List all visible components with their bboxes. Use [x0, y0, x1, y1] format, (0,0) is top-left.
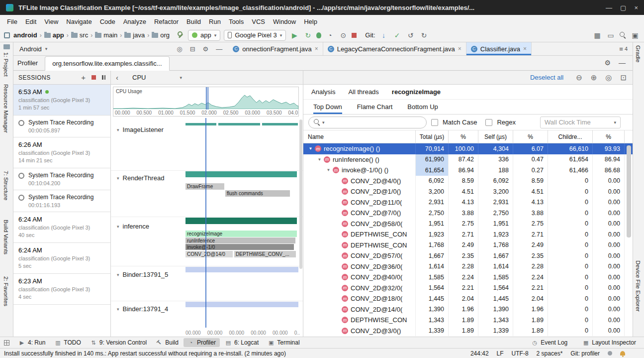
table-row[interactable]: mCONV_2D@32/0(1,5642.211,5642.2100.00: [303, 283, 633, 294]
git-update-button[interactable]: ↓: [379, 31, 389, 39]
caret-position[interactable]: 244:42: [470, 350, 489, 357]
profile-button[interactable]: ◔: [325, 31, 335, 39]
toolwindow-button-build-variants[interactable]: Build Variants: [3, 220, 9, 254]
trace-event-drawframe[interactable]: DrawFrame: [185, 183, 224, 190]
subtab-bottom-up[interactable]: Bottom Up: [407, 100, 438, 114]
git-history-button[interactable]: ↻: [419, 31, 429, 39]
git-commit-button[interactable]: ✓: [392, 31, 402, 39]
git-branch-widget[interactable]: Git: profiler: [570, 350, 600, 357]
session-item[interactable]: 6:26 AMclassification (Google Pixel 3)14…: [13, 137, 110, 168]
timeline-selection-band[interactable]: [206, 87, 209, 110]
statusbar-widget-layout-inspector[interactable]: ▦Layout Inspector: [578, 338, 640, 347]
collapse-all-icon[interactable]: ⊟: [190, 45, 195, 53]
menu-run[interactable]: Run: [205, 16, 225, 27]
reset-zoom-icon[interactable]: ◎: [605, 73, 612, 82]
indent-config[interactable]: 2 spaces*: [537, 350, 563, 357]
table-row[interactable]: mCONV_2D@3/0()1,3391.891,3391.8900.00: [303, 326, 633, 337]
table-row[interactable]: ▼mrunInference() ()61,99087.423360.4761,…: [303, 154, 633, 165]
profiler-view-select[interactable]: CPU ▾: [132, 74, 182, 81]
trace-event-runinference[interactable]: runInference: [185, 238, 295, 243]
trace-event-depthwise-conv[interactable]: DEPTHWISE_CONV_...: [234, 251, 296, 257]
table-row[interactable]: ▼mrecognizeImage() ()70,914100.004,3046.…: [303, 143, 633, 154]
trace-event-conv-2d-14-0[interactable]: CONV_2D@14/0: [185, 251, 233, 257]
session-item[interactable]: 6:23 AMclassification (Google Pixel 3)4 …: [13, 274, 110, 305]
menu-help[interactable]: Help: [300, 16, 321, 27]
table-row[interactable]: mCONV_2D@14/0(1,3901.961,3901.9600.00: [303, 304, 633, 315]
table-row[interactable]: mCONV_2D@1/0()3,2004.513,2004.5100.00: [303, 186, 633, 197]
apply-changes-button[interactable]: ↻: [303, 31, 313, 39]
breadcrumb-android[interactable]: android: [13, 31, 37, 39]
attach-debugger-button[interactable]: ⊙: [338, 31, 348, 39]
menu-file[interactable]: File: [3, 16, 21, 27]
breadcrumb-main[interactable]: main: [95, 31, 117, 39]
toolwindow-button-4-run[interactable]: ▶4: Run: [14, 338, 49, 347]
collapse-arrow-icon[interactable]: ▼: [324, 168, 333, 172]
git-rollback-button[interactable]: ↺: [406, 31, 416, 39]
collapse-arrow-icon[interactable]: ▼: [306, 146, 315, 151]
timeline-scrollbar[interactable]: [299, 119, 302, 269]
search-input[interactable]: [326, 119, 422, 126]
hidden-tabs-icon[interactable]: ≡: [619, 45, 623, 53]
close-button[interactable]: ×: [634, 4, 638, 11]
table-row[interactable]: mCONV_2D@7/0()2,7503.882,7503.8800.00: [303, 208, 633, 219]
menu-vcs[interactable]: VCS: [248, 16, 269, 27]
project-view-selector[interactable]: Android ▾: [13, 42, 53, 55]
menu-edit[interactable]: Edit: [21, 16, 40, 27]
clock-mode-select[interactable]: Wall Clock Time ▾: [540, 117, 621, 128]
device-select[interactable]: Google Pixel 3 ▾: [224, 30, 286, 41]
session-item[interactable]: 6:24 AMclassification (Google Pixel 3)40…: [13, 212, 110, 243]
zoom-in-icon[interactable]: ⊕: [591, 73, 597, 82]
search-icon[interactable]: [619, 31, 627, 39]
maximize-button[interactable]: ▢: [620, 4, 626, 11]
column-header-self-s[interactable]: Self (µs): [478, 130, 513, 143]
analysis-tab-recognizeimage[interactable]: recognizeImage: [392, 88, 441, 96]
stop-recording-button[interactable]: [92, 75, 96, 80]
toolwindow-button-device-file-explorer[interactable]: Device File Explorer: [635, 260, 641, 312]
menu-navigate[interactable]: Navigate: [62, 16, 95, 27]
toolwindow-button-1-project[interactable]: 1: Project: [3, 52, 9, 77]
column-header-col2[interactable]: %: [449, 130, 478, 143]
close-icon[interactable]: ×: [523, 45, 527, 52]
recording-item[interactable]: System Trace Recording00:00:05.897: [13, 116, 110, 137]
breadcrumb-app[interactable]: app: [44, 31, 64, 39]
session-item[interactable]: 6:53 AMclassification (Google Pixel 3)1 …: [13, 85, 110, 116]
column-header-col4[interactable]: %: [513, 130, 548, 143]
breadcrumb-org[interactable]: org: [152, 31, 170, 39]
table-row[interactable]: ▼minvoke@-1/0() ()61,65486.941880.2761,4…: [303, 165, 633, 176]
collapse-arrow-icon[interactable]: ▼: [315, 157, 324, 162]
cpu-usage-chart[interactable]: CPU Usage 00.00000.50001.00001.50002.000…: [113, 87, 299, 117]
column-header-col6[interactable]: %: [593, 130, 625, 143]
menu-refactor[interactable]: Refactor: [150, 16, 183, 27]
zoom-out-icon[interactable]: ⊖: [576, 73, 582, 82]
column-header-total-s[interactable]: Total (µs): [416, 130, 449, 143]
table-row[interactable]: mCONV_2D@18/0(1,4452.041,4452.0400.00: [303, 293, 633, 304]
editor-tab-legacycameraconnectionfragment-java[interactable]: CLegacyCameraConnectionFragment.java×: [323, 42, 466, 55]
trace-event-recognizeimage[interactable]: recognizeImage: [185, 231, 297, 237]
search-box[interactable]: ▾: [308, 117, 427, 128]
profiler-session-tab[interactable]: org.tensorflow.lite.examples.classific..…: [45, 56, 169, 71]
thread-label-inference[interactable]: ▾inference: [117, 223, 149, 230]
table-row[interactable]: mDEPTHWISE_CON1,7682.491,7682.4900.00: [303, 240, 633, 251]
toolwindow-button-2-favorites[interactable]: 2: Favorites: [3, 276, 9, 306]
breadcrumb-src[interactable]: src: [71, 31, 88, 39]
thread-label-binder-13791-4[interactable]: ▾Binder:13791_4: [117, 305, 168, 313]
debug-button[interactable]: [316, 32, 321, 38]
regex-checkbox[interactable]: [485, 119, 492, 126]
notification-bell-icon[interactable]: [620, 351, 625, 356]
toolwindow-button-7-structure[interactable]: 7: Structure: [3, 171, 9, 200]
layout-icon[interactable]: ▦: [592, 31, 602, 39]
trace-event-flush-commands[interactable]: flush commands: [225, 190, 290, 197]
table-row[interactable]: mCONV_2D@4/0()6,0928.596,0928.5900.00: [303, 176, 633, 187]
match-case-checkbox[interactable]: [431, 119, 438, 126]
device-mirror-icon[interactable]: ▭: [606, 31, 616, 39]
table-row[interactable]: mCONV_2D@57/0(1,6672.351,6672.3500.00: [303, 250, 633, 261]
settings-gear-icon[interactable]: ⚙: [203, 45, 209, 53]
toolwindow-button-resource-manager[interactable]: Resource Manager: [3, 84, 9, 133]
recording-item[interactable]: System Trace Recording00:01:16.193: [13, 190, 110, 212]
toolwindow-button-todo[interactable]: ▥TODO: [50, 338, 85, 347]
editor-tab-classifier-java[interactable]: CClassifier.java×: [466, 42, 532, 55]
statusbar-widget-event-log[interactable]: ◷Event Log: [527, 338, 571, 347]
status-message[interactable]: Install successfully finished in 140 ms.…: [4, 350, 286, 357]
toolwindow-grid-icon[interactable]: [4, 340, 9, 346]
table-scrollbar[interactable]: [627, 145, 631, 238]
